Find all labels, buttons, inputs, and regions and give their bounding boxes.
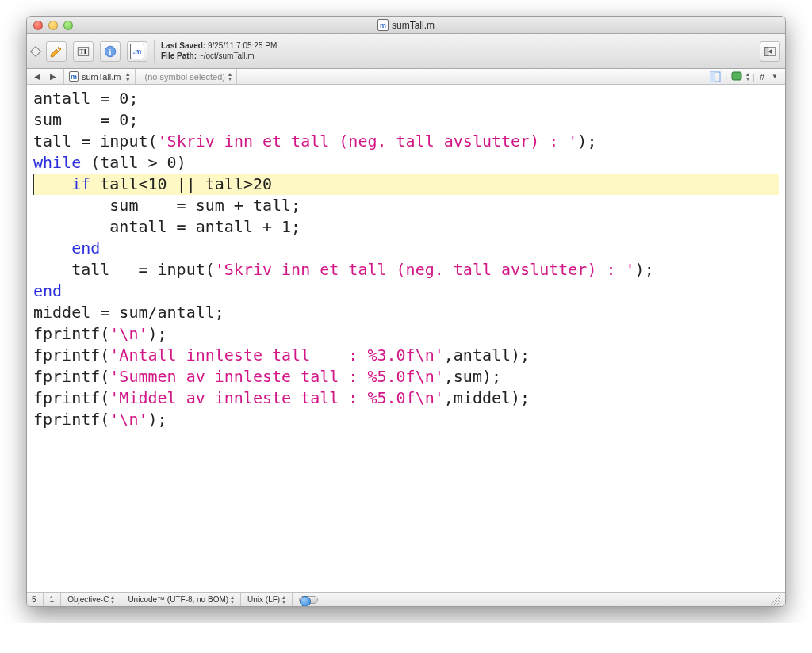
- file-icon: [69, 71, 79, 82]
- svg-text:T: T: [80, 48, 84, 55]
- info-button[interactable]: i: [100, 41, 121, 62]
- toolbar-separator: [154, 40, 155, 63]
- close-icon[interactable]: [33, 21, 43, 30]
- file-selector-label: sumTall.m: [82, 72, 121, 82]
- file-path-value: ~/oct/sumTall.m: [199, 52, 255, 60]
- toolbar: T i Last Saved: 9/25/11 7:05:25 PM File …: [27, 34, 785, 69]
- status-bar: 5 1 Objective-C ▴▾ Unicode™ (UTF-8, no B…: [27, 592, 785, 606]
- wrap-toggle[interactable]: [299, 596, 318, 604]
- file-info: Last Saved: 9/25/11 7:05:25 PM File Path…: [161, 41, 277, 61]
- zoom-icon[interactable]: [63, 21, 73, 30]
- document-icon: [377, 19, 389, 31]
- svg-text:i: i: [109, 47, 112, 55]
- window-title: sumTall.m: [27, 19, 785, 31]
- file-path-label: File Path:: [161, 52, 197, 60]
- counterpart-icon[interactable]: [709, 71, 722, 83]
- editor-window: sumTall.m T i Last Saved: 9/25/11 7:05:2…: [26, 16, 786, 607]
- cursor-column[interactable]: 1: [50, 593, 62, 606]
- filetype-icon: [130, 44, 144, 59]
- window-controls: [27, 21, 73, 30]
- cursor-line[interactable]: 5: [32, 593, 44, 606]
- stepper-icon: ▴▾: [126, 71, 130, 82]
- file-selector[interactable]: sumTall.m ▴▾: [63, 69, 136, 84]
- minimize-icon[interactable]: [48, 21, 58, 30]
- symbol-selector-label: (no symbol selected): [145, 72, 226, 82]
- stepper-icon: ▴▾: [228, 72, 232, 81]
- edit-button[interactable]: [46, 41, 67, 62]
- svg-rect-9: [732, 72, 741, 80]
- nav-forward-icon[interactable]: ▶: [48, 72, 59, 81]
- separator: |: [753, 72, 755, 82]
- text-options-button[interactable]: T: [73, 41, 94, 62]
- language-selector[interactable]: Objective-C ▴▾: [67, 593, 121, 606]
- bookmark-icon[interactable]: [730, 71, 743, 83]
- svg-rect-6: [764, 47, 768, 55]
- path-bar: ◀ ▶ sumTall.m ▴▾ (no symbol selected) ▴▾…: [27, 69, 785, 85]
- document-state-icon[interactable]: [30, 45, 41, 56]
- last-saved-value: 9/25/11 7:05:25 PM: [208, 41, 277, 50]
- filetype-button[interactable]: [127, 41, 147, 62]
- line-endings-selector[interactable]: Unix (LF) ▴▾: [247, 593, 293, 606]
- separator: |: [725, 72, 727, 82]
- code-editor[interactable]: antall = 0;sum = 0;tall = input('Skriv i…: [27, 85, 785, 592]
- last-saved-label: Last Saved:: [161, 41, 205, 50]
- dropdown-icon[interactable]: ▼: [769, 73, 780, 80]
- encoding-selector[interactable]: Unicode™ (UTF-8, no BOM) ▴▾: [128, 593, 241, 606]
- hash-label[interactable]: #: [758, 72, 766, 82]
- sidebar-toggle-button[interactable]: [760, 41, 780, 62]
- svg-rect-2: [85, 49, 86, 54]
- stepper-icon: ▴▾: [746, 72, 749, 81]
- nav-back-icon[interactable]: ◀: [32, 72, 43, 81]
- titlebar[interactable]: sumTall.m: [27, 17, 785, 34]
- resize-handle-icon[interactable]: [769, 594, 780, 605]
- window-title-text: sumTall.m: [392, 20, 435, 31]
- svg-rect-8: [710, 72, 715, 82]
- symbol-selector[interactable]: (no symbol selected) ▴▾: [140, 69, 238, 84]
